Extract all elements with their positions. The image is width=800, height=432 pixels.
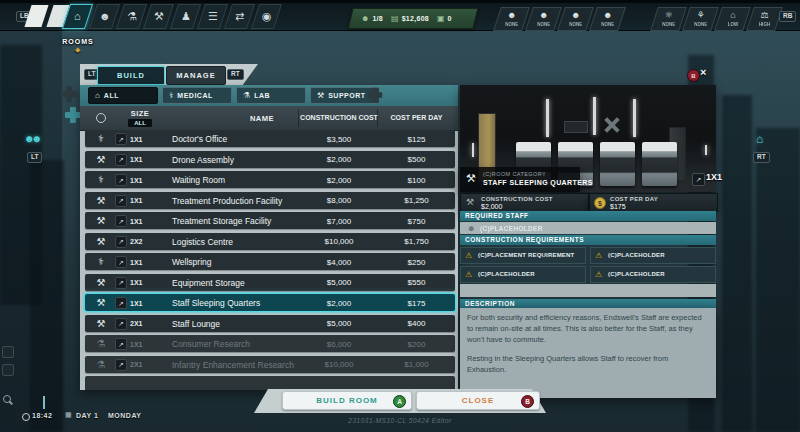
table-row[interactable]: ⚕ ↗ 1X1 Doctor's Office $3,500 $125 [85,130,455,147]
close-icon[interactable]: × [700,66,706,78]
topbar-tab-staff[interactable]: ☻ [89,4,120,29]
room-construction-cost: $4,000 [300,258,378,267]
category-tab-medical[interactable]: ⚕ MEDICAL [162,87,232,104]
slot-label: NONE [662,22,675,27]
staff-capacity-icon: ☻ [361,15,369,23]
gamepad-rb-badge: RB [779,11,796,22]
topbar-tab-world[interactable]: ◉ [251,4,282,29]
category-tab-lab[interactable]: ⚗ LAB [236,87,306,104]
expand-icon: ↗ [115,236,127,248]
room-size: ↗ 1X1 [115,297,142,309]
room-cost-per-day: $200 [378,340,455,349]
topbar-tab-contracts[interactable]: ☰ [197,4,228,29]
room-name: Wellspring [172,257,212,267]
room-construction-cost: $2,000 [300,299,378,308]
room-cost-per-day: $500 [378,155,455,164]
table-row[interactable]: ⚒ ↗ 1X1 Drone Assembly $2,000 $500 [85,151,455,168]
expand-icon: ↗ [115,174,127,186]
contracts-icon: ☰ [208,11,218,22]
description-paragraph: Resting in the Sleeping Quarters allows … [467,354,709,376]
squad-slot[interactable]: ☻ NONE [525,7,562,31]
day-display: DAY 1 [76,412,98,419]
sort-icon[interactable] [96,113,106,123]
dpad-right-button[interactable] [368,88,382,102]
status-slot-meds[interactable]: ⚛ NONE [650,7,687,31]
cost-per-day-value: $175 [610,203,626,210]
topbar-tab-research[interactable]: ⚗ [116,4,147,29]
table-row[interactable]: ⚕ ↗ 1X1 Wellspring $4,000 $250 [85,253,455,270]
room-size-text: 2X1 [130,361,142,368]
room-category-box: ⚒ (C)ROOM CATEGORY STAFF SLEEPING QUARTE… [460,167,580,192]
room-name: Drone Assembly [172,155,234,165]
close-button[interactable]: CLOSE B [416,391,540,410]
room-cost-per-day: $100 [378,176,455,185]
room-table-body: ⚕ ↗ 1X1 Doctor's Office $3,500 $125 ⚒ ↗ … [85,130,455,390]
category-tab-label: MEDICAL [177,92,212,99]
squad-slot[interactable]: ☻ NONE [589,7,626,31]
dpad-left-secondary-button[interactable] [65,107,81,123]
room-name: Doctor's Office [172,134,227,144]
slot-label: NONE [569,22,582,27]
support-icon: ⚒ [317,92,324,100]
table-row[interactable]: ⚒ ↗ 1X1 Treatment Production Facility $8… [85,192,455,209]
table-row[interactable]: ⚒ ↗ 1X1 Treatment Storage Facility $7,00… [85,212,455,229]
table-header: SIZE ALL NAME CONSTRUCTION COST COST PER… [80,106,458,131]
room-construction-cost: $6,000 [300,340,378,349]
slot-label: NONE [694,22,707,27]
requirement-label: (C)PLACEHOLDER [608,252,665,258]
status-slot-standing[interactable]: ⚖ HIGH [746,7,783,31]
table-row[interactable]: ⚕ ↗ 1X1 Waiting Room $2,000 $100 [85,171,455,188]
table-row[interactable]: ⚒ ↗ 1X1 Staff Sleeping Quarters $2,000 $… [85,294,455,311]
category-tab-all[interactable]: ⌂ ALL [88,87,158,104]
rooms-tab-label: ROOMS [54,38,102,45]
resource-staff-capacity: ☻ 1/8 [361,15,383,23]
resource-value: 1/8 [372,15,383,22]
description-paragraph: For both security and efficiency reasons… [467,313,709,346]
tab-manage[interactable]: MANAGE [166,66,226,85]
table-row[interactable]: ⚒ ↗ 1X1 Equipment Storage $5,000 $550 [85,274,455,291]
room-name: Treatment Production Facility [172,196,282,206]
room-construction-cost: $5,000 [300,278,378,287]
gamepad-lt-edge-badge: LT [27,152,42,163]
header-construction-cost[interactable]: CONSTRUCTION COST [300,114,378,121]
weekday-display: MONDAY [108,412,141,419]
table-row[interactable]: ⚗ ↗ 1X1 Consumer Research $6,000 $200 [85,335,455,352]
room-size: ↗ 1X1 [115,338,142,350]
topbar-tab-logistics[interactable]: ⇄ [224,4,255,29]
status-slot-growth[interactable]: ⚘ NONE [682,7,719,31]
spacer-bar [460,284,716,297]
room-size-text: 1X1 [130,136,142,143]
medical-icon: ⚕ [94,256,108,267]
tab-build[interactable]: BUILD [97,66,165,85]
table-row[interactable]: ⚗ ↗ 2X1 Infantry Enhancement Research $1… [85,356,455,373]
squad-slot[interactable]: ☻ NONE [557,7,594,31]
column-divider [377,109,378,127]
dpad-left-button[interactable] [61,86,77,102]
build-room-button[interactable]: BUILD ROOM A [282,391,412,410]
selected-room-size: 1X1 [706,172,722,182]
city-silhouette [722,95,752,432]
gamepad-rt-badge: RT [227,69,244,80]
zoom-icon[interactable] [3,395,11,403]
status-slot-suspicion[interactable]: ⌂ LOW [714,7,751,31]
squad-slot[interactable]: ☻ NONE [493,7,530,31]
header-cost-per-day[interactable]: COST PER DAY [378,114,455,121]
table-row[interactable]: ⚒ ↗ 2X2 Logistics Centre $10,000 $1,750 [85,233,455,250]
topbar-tab-rooms[interactable]: ⌂ [62,4,93,29]
wall-light [593,97,596,135]
topbar-tab-construction[interactable]: ⚒ [143,4,174,29]
expand-icon: ↗ [115,277,127,289]
room-cost-per-day: $1,750 [378,237,455,246]
table-row[interactable]: ⚒ ↗ 2X1 Staff Lounge $5,000 $400 [85,315,455,332]
topbar-tab-agents[interactable]: ♟ [170,4,201,29]
tool-button[interactable] [2,364,14,376]
room-construction-cost: $7,000 [300,217,378,226]
room-cost-per-day: $1,250 [378,196,455,205]
room-size-text: 1X1 [130,279,142,286]
squad-icon: ☻ [507,11,516,20]
size-filter-chip[interactable]: ALL [128,119,152,127]
tool-button[interactable] [2,346,14,358]
close-label: CLOSE [462,396,495,405]
header-size[interactable]: SIZE [110,109,170,118]
game-screen: LB ⌂ ☻ ⚗ ⚒ ♟ ☰ ⇄ ◉ ROOMS ◆ ☻ 1/8 ▤ $12,6… [0,0,800,432]
